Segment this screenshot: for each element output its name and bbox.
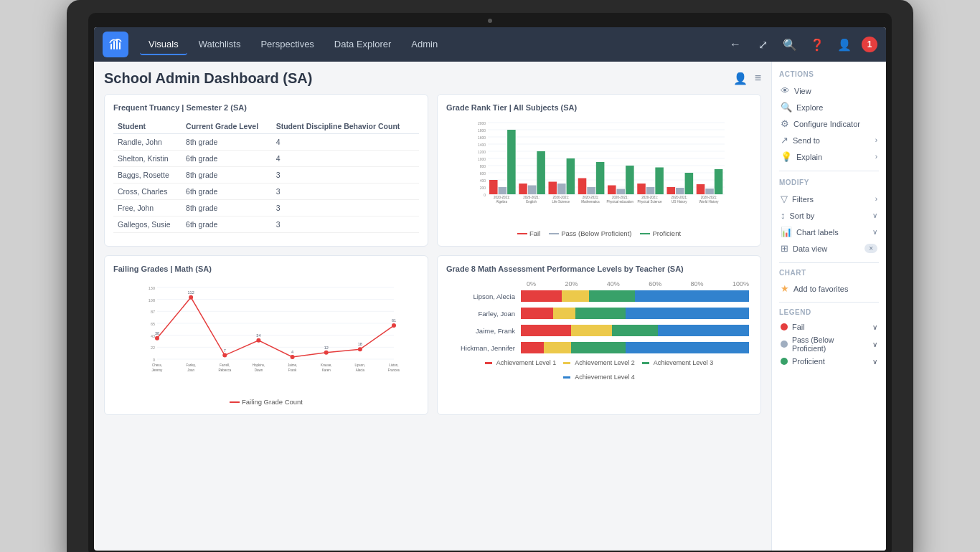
dashboard-title: School Admin Dashboard (SA) <box>104 70 312 87</box>
legend-entry-proficient[interactable]: Proficient ∨ <box>779 355 879 368</box>
stacked-legend-item: Achievement Level 2 <box>563 359 635 366</box>
sidebar-explore[interactable]: 🔍 Explore <box>779 99 879 115</box>
legend-proficient: Proficient <box>640 229 681 237</box>
data-view-badge: × <box>864 244 877 253</box>
sidebar-view[interactable]: 👁 View <box>779 82 879 99</box>
truancy-title: Frequent Truancy | Semester 2 (SA) <box>113 103 419 112</box>
svg-text:Algebra: Algebra <box>496 200 508 204</box>
svg-point-100 <box>324 351 329 355</box>
svg-point-108 <box>392 323 396 328</box>
svg-text:1200: 1200 <box>478 150 486 154</box>
sort-icon: ↕ <box>781 210 786 221</box>
explore-icon: 🔍 <box>781 102 792 113</box>
svg-text:Chess,: Chess, <box>152 363 162 367</box>
table-row: Shelton, Kristin6th grade4 <box>113 151 419 167</box>
chart-labels-chevron: ∨ <box>872 228 877 236</box>
fail-chevron: ∨ <box>872 323 877 331</box>
svg-text:Liston,: Liston, <box>389 363 398 367</box>
grade-rank-legend: Fail Pass (Below Proficient) Proficient <box>446 229 752 237</box>
grade-rank-chart: 2000180016001400120010008006004002000202… <box>446 119 752 227</box>
proficient-dot <box>781 358 788 365</box>
svg-rect-38 <box>567 158 575 194</box>
svg-text:34: 34 <box>256 333 260 338</box>
nav-visuals[interactable]: Visuals <box>140 34 187 55</box>
svg-rect-36 <box>549 182 557 195</box>
svg-text:2020-2021:: 2020-2021: <box>612 196 628 199</box>
svg-text:Farrell,: Farrell, <box>220 363 230 367</box>
modify-title: MODIFY <box>779 179 879 186</box>
svg-rect-37 <box>557 184 566 194</box>
svg-text:World History: World History <box>699 200 720 204</box>
back-icon[interactable]: ← <box>725 34 745 54</box>
nav-watchlists[interactable]: Watchlists <box>190 34 250 55</box>
svg-text:108: 108 <box>149 298 155 303</box>
person-icon[interactable]: 👤 <box>733 72 748 85</box>
nav-data-explorer[interactable]: Data Explorer <box>326 34 400 55</box>
svg-text:1600: 1600 <box>478 135 486 140</box>
svg-text:12: 12 <box>324 346 329 350</box>
svg-rect-62 <box>705 189 714 194</box>
svg-text:Hopkins,: Hopkins, <box>253 363 265 367</box>
svg-text:2020-2021:: 2020-2021: <box>583 196 599 199</box>
notification-badge[interactable]: 1 <box>862 37 877 52</box>
svg-rect-31 <box>519 184 527 194</box>
stacked-legend-item: Achievement Level 1 <box>485 359 557 366</box>
nav-admin[interactable]: Admin <box>402 34 446 55</box>
truancy-table: Student Current Grade Level Student Disc… <box>113 119 419 233</box>
expand-icon[interactable]: ⤢ <box>753 34 773 54</box>
svg-rect-43 <box>596 162 605 194</box>
add-favorites-btn[interactable]: ★ Add to favorites <box>779 281 879 296</box>
svg-rect-3 <box>119 42 121 49</box>
sidebar-filters[interactable]: ▽ Filters › <box>779 191 879 207</box>
legend-section-title: LEGEND <box>779 308 879 316</box>
configure-icon: ⚙ <box>781 118 789 129</box>
sidebar-configure[interactable]: ⚙ Configure Indicator <box>779 115 879 132</box>
data-view-close[interactable]: × <box>869 244 873 252</box>
svg-rect-47 <box>617 189 626 195</box>
svg-text:Physical Science: Physical Science <box>638 200 663 204</box>
stacked-axis: 0%20%40%60%80%100% <box>449 280 749 287</box>
math-assessment-chart: 0%20%40%60%80%100% Lipson, AleciaFarley,… <box>446 280 752 381</box>
menu-icon[interactable]: ≡ <box>755 72 761 85</box>
actions-title: ACTIONS <box>779 70 879 78</box>
nav-right: ← ⤢ 🔍 ❓ 👤 1 <box>725 34 877 54</box>
search-icon[interactable]: 🔍 <box>780 34 800 54</box>
svg-text:2020-2021:: 2020-2021: <box>552 196 569 199</box>
truancy-card: Frequent Truancy | Semester 2 (SA) Stude… <box>104 94 428 247</box>
sidebar-data-view[interactable]: ⊞ Data view × <box>779 240 879 257</box>
help-icon[interactable]: ❓ <box>807 34 827 54</box>
sidebar-send-to[interactable]: ↗ Send to › <box>779 132 879 148</box>
svg-point-80 <box>155 336 159 341</box>
grade-rank-svg: 2000180016001400120010008006004002000202… <box>446 119 752 212</box>
divider-1 <box>779 171 879 171</box>
legend-entry-pass[interactable]: Pass (BelowProficient) ∨ <box>779 333 879 355</box>
svg-rect-32 <box>528 186 537 195</box>
sidebar-chart-labels[interactable]: 📊 Chart labels ∨ <box>779 224 879 240</box>
sidebar: ACTIONS 👁 View 🔍 Explore <box>771 62 886 551</box>
svg-text:2020-2021:: 2020-2021: <box>523 196 540 199</box>
svg-point-96 <box>291 355 295 359</box>
user-icon[interactable]: 👤 <box>834 34 854 54</box>
svg-text:Rebecca: Rebecca <box>218 368 231 372</box>
stacked-row: Farley, Joan <box>449 308 749 319</box>
legend-failing-count: Failing Grade Count <box>230 398 303 406</box>
svg-text:Joan: Joan <box>187 368 194 372</box>
svg-text:2020-2021:: 2020-2021: <box>671 196 687 199</box>
star-icon: ★ <box>781 283 789 294</box>
svg-rect-48 <box>626 166 634 194</box>
table-row: Free, John8th grade3 <box>113 200 419 216</box>
nav-perspectives[interactable]: Perspectives <box>252 34 322 55</box>
legend-entry-fail[interactable]: Fail ∨ <box>779 320 879 333</box>
svg-text:7: 7 <box>224 348 226 353</box>
sidebar-explain[interactable]: 💡 Explain › <box>779 148 879 165</box>
nav-links: Visuals Watchlists Perspectives Data Exp… <box>140 34 725 55</box>
view-icon: 👁 <box>781 85 790 96</box>
send-chevron: › <box>875 136 877 144</box>
math-assessment-title: Grade 8 Math Assessment Performance Leve… <box>446 265 752 273</box>
sidebar-sort-by[interactable]: ↕ Sort by ∨ <box>779 207 879 224</box>
header-icons: 👤 ≡ <box>733 72 761 85</box>
svg-point-88 <box>222 353 227 358</box>
svg-rect-52 <box>646 187 655 194</box>
svg-text:Life Science: Life Science <box>552 200 570 204</box>
svg-rect-56 <box>667 187 676 194</box>
